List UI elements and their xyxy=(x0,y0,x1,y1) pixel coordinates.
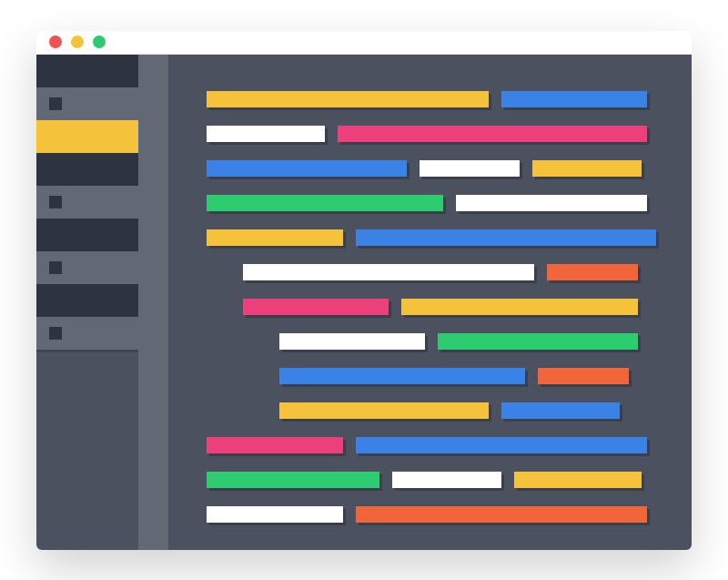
code-line xyxy=(207,160,664,177)
file-row[interactable] xyxy=(36,87,138,120)
yellow-traffic-light[interactable] xyxy=(71,36,84,48)
code-line xyxy=(207,126,664,142)
file-row[interactable] xyxy=(36,251,138,284)
file-icon xyxy=(49,327,62,340)
file-icon xyxy=(49,294,62,307)
file-icon xyxy=(49,261,62,274)
code-token xyxy=(207,91,489,107)
file-row[interactable] xyxy=(36,284,138,317)
file-list xyxy=(36,55,138,550)
code-line xyxy=(207,264,664,280)
code-line xyxy=(207,299,664,315)
code-line xyxy=(207,506,664,523)
code-line xyxy=(207,368,664,384)
code-line xyxy=(207,472,664,488)
code-token xyxy=(338,126,647,142)
code-token xyxy=(438,333,638,350)
file-row[interactable] xyxy=(36,153,138,186)
code-token xyxy=(207,160,407,177)
sidebar xyxy=(36,55,168,550)
titlebar xyxy=(36,31,692,55)
code-token xyxy=(501,91,647,107)
green-traffic-light[interactable] xyxy=(93,36,106,48)
file-icon xyxy=(49,229,62,241)
code-line xyxy=(207,91,664,107)
code-token xyxy=(279,333,425,350)
file-row[interactable] xyxy=(36,219,138,251)
code-token xyxy=(420,160,520,177)
file-row[interactable] xyxy=(36,55,138,87)
code-token xyxy=(207,229,343,246)
file-icon xyxy=(49,163,62,176)
code-editor[interactable] xyxy=(168,55,692,550)
code-token xyxy=(207,472,379,488)
code-line xyxy=(207,195,664,211)
window-body xyxy=(36,55,692,550)
code-token xyxy=(538,368,629,384)
red-traffic-light[interactable] xyxy=(49,36,62,48)
code-token xyxy=(243,299,389,315)
code-token xyxy=(207,506,343,523)
code-token xyxy=(207,195,443,211)
code-token xyxy=(401,299,638,315)
file-icon xyxy=(49,65,62,77)
code-token xyxy=(279,402,489,419)
code-token xyxy=(207,126,325,142)
code-token xyxy=(547,264,638,280)
code-token xyxy=(356,506,647,523)
sidebar-scroll-track[interactable] xyxy=(138,55,168,550)
code-token xyxy=(392,472,501,488)
code-token xyxy=(207,437,343,453)
code-token xyxy=(501,402,620,419)
code-token xyxy=(514,472,642,488)
code-line xyxy=(207,437,664,453)
app-window xyxy=(36,31,692,550)
code-line xyxy=(207,333,664,350)
code-token xyxy=(243,264,534,280)
file-icon xyxy=(49,196,62,209)
file-icon xyxy=(49,97,62,110)
code-line xyxy=(207,229,664,246)
code-token xyxy=(532,160,642,177)
file-row[interactable] xyxy=(36,186,138,219)
code-token xyxy=(356,229,656,246)
code-token xyxy=(456,195,647,211)
code-token xyxy=(279,368,525,384)
file-row[interactable] xyxy=(36,120,138,153)
file-row[interactable] xyxy=(36,317,138,350)
code-line xyxy=(207,402,664,419)
code-token xyxy=(356,437,647,453)
